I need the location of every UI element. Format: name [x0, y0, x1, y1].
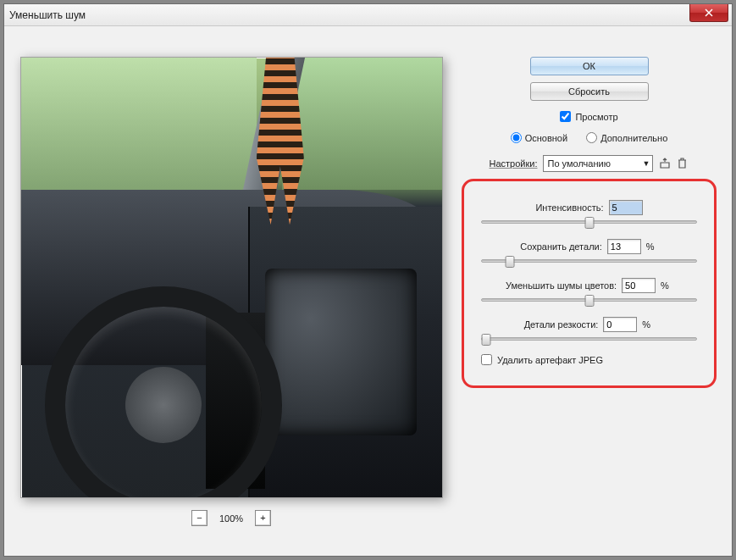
preview-shape [21, 58, 257, 198]
remove-jpeg-checkbox[interactable] [481, 354, 492, 365]
sharpen-input[interactable] [603, 317, 637, 332]
save-preset-icon[interactable] [658, 157, 672, 170]
mode-advanced-radio[interactable] [586, 132, 597, 143]
preview-checkbox[interactable] [560, 111, 571, 122]
percent-label: % [642, 319, 654, 330]
zoom-out-button[interactable]: − [191, 510, 208, 526]
sharpen-thumb[interactable] [482, 334, 491, 346]
mode-basic-label: Основной [525, 133, 567, 143]
settings-preset-value: По умолчанию [548, 158, 611, 169]
intensity-thumb[interactable] [584, 217, 594, 229]
intensity-label: Интенсивность: [535, 202, 603, 213]
mode-advanced[interactable]: Дополнительно [586, 132, 667, 143]
chevron-down-icon: ▼ [643, 159, 650, 168]
intensity-track[interactable] [481, 220, 697, 224]
preserve-thumb[interactable] [505, 256, 514, 268]
remove-jpeg-row[interactable]: Удалить артефакт JPEG [481, 354, 697, 365]
sharpen-track[interactable] [481, 337, 697, 341]
highlighted-panel: Интенсивность: Сохранить детали: % [462, 179, 717, 388]
controls-column: ОК Сбросить Просмотр Основной Дополнител… [462, 57, 717, 526]
reduce-noise-dialog: Уменьшить шум − [3, 3, 733, 557]
titlebar[interactable]: Уменьшить шум [4, 4, 732, 26]
remove-jpeg-label: Удалить артефакт JPEG [497, 355, 603, 365]
preserve-label: Сохранить детали: [520, 241, 602, 252]
sharpen-label: Детали резкости: [524, 319, 599, 330]
reset-button-label: Сбросить [568, 86, 610, 97]
intensity-slider: Интенсивность: [481, 200, 697, 224]
preview-shape [265, 269, 417, 435]
preserve-details-slider: Сохранить детали: % [481, 239, 697, 263]
preserve-input[interactable] [607, 239, 641, 254]
close-button[interactable] [689, 4, 728, 22]
mode-basic-radio[interactable] [511, 132, 522, 143]
zoom-controls: − 100% + [191, 510, 271, 526]
close-icon [705, 8, 713, 17]
preserve-track[interactable] [481, 259, 697, 263]
preview-image[interactable] [20, 57, 443, 498]
preview-column: − 100% + [19, 57, 443, 526]
sharpen-details-slider: Детали резкости: % [481, 317, 697, 341]
minus-icon: − [196, 513, 202, 523]
color-noise-input[interactable] [622, 278, 656, 293]
settings-row: Настройки: По умолчанию ▼ [490, 155, 689, 172]
percent-label: % [646, 241, 658, 252]
settings-label: Настройки: [490, 158, 538, 169]
color-noise-thumb[interactable] [584, 295, 594, 307]
preview-checkbox-label: Просмотр [575, 112, 617, 122]
color-noise-slider: Уменьшить шумы цветов: % [481, 278, 697, 302]
preview-shape [282, 58, 442, 190]
reset-button[interactable]: Сбросить [530, 82, 649, 101]
dialog-content: − 100% + ОК Сбросить Просмотр [4, 26, 732, 541]
settings-preset-dropdown[interactable]: По умолчанию ▼ [543, 155, 653, 172]
zoom-in-button[interactable]: + [255, 510, 271, 526]
color-noise-label: Уменьшить шумы цветов: [506, 280, 617, 291]
delete-preset-icon[interactable] [676, 157, 689, 170]
ok-button-label: ОК [583, 61, 595, 71]
zoom-level: 100% [219, 513, 243, 524]
intensity-input[interactable] [609, 200, 643, 215]
preset-actions [658, 157, 689, 170]
percent-label: % [661, 280, 672, 291]
mode-basic[interactable]: Основной [511, 132, 567, 143]
plus-icon: + [260, 513, 265, 523]
mode-radio-group: Основной Дополнительно [511, 132, 668, 143]
window-title: Уменьшить шум [9, 9, 86, 21]
preview-checkbox-row[interactable]: Просмотр [560, 111, 617, 122]
color-noise-track[interactable] [481, 298, 697, 302]
mode-advanced-label: Дополнительно [600, 133, 667, 143]
ok-button[interactable]: ОК [530, 57, 649, 75]
